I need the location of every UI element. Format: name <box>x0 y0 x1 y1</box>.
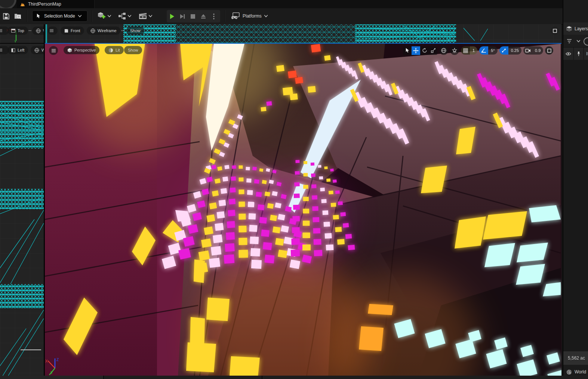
actor-count-bar: 5,562 ac <box>563 351 588 365</box>
cinematics-button[interactable] <box>137 10 153 22</box>
filter-icon[interactable] <box>567 39 573 43</box>
svg-text:Z: Z <box>56 358 59 362</box>
play-options-kebab[interactable] <box>209 11 219 22</box>
bottom-drawer-bar[interactable] <box>0 376 588 379</box>
add-actor-button[interactable] <box>96 10 111 22</box>
surface-snapping-button[interactable] <box>450 46 459 55</box>
layers-column-headers: It <box>563 47 588 60</box>
layers-toolbar <box>563 35 588 47</box>
blueprints-button[interactable] <box>117 10 132 22</box>
top-viewport-label: Top <box>18 28 24 33</box>
tab-bar: ThirdPersonMap <box>0 0 588 8</box>
grid-snap-control[interactable]: 1 <box>461 46 477 55</box>
item-label-column-header[interactable]: It <box>584 47 588 60</box>
hamburger-icon <box>0 29 2 32</box>
selection-mode-label: Selection Mode <box>44 13 75 19</box>
perspective-viewport-label: Perspective <box>74 48 96 52</box>
pin-icon <box>577 51 581 56</box>
chevron-down-icon[interactable] <box>577 40 580 42</box>
select-tool-button[interactable] <box>403 46 412 55</box>
svg-text:X: X <box>45 359 48 363</box>
visibility-column-header[interactable] <box>563 47 574 60</box>
left-viewport-label: Left <box>18 48 24 52</box>
perspective-maximize-button[interactable] <box>545 46 553 55</box>
wireframe-globe-icon <box>34 48 39 53</box>
top-viewport-type[interactable]: Top <box>7 27 28 35</box>
bottom-bar-segment <box>0 376 103 379</box>
layers-panel: Layers It 5,562 ac World <box>563 0 588 379</box>
left-viewmode-button[interactable]: W <box>31 46 44 54</box>
eject-button[interactable] <box>198 11 209 22</box>
viewport-top[interactable]: XY Top W <box>0 24 44 43</box>
pill-dash <box>121 30 124 31</box>
front-show-button[interactable]: Show <box>126 27 144 35</box>
unreal-editor-window: ThirdPersonMap Selection Mode <box>0 0 588 379</box>
main-toolbar: Selection Mode Platforms <box>0 8 588 25</box>
scale-icon <box>431 48 436 53</box>
left-viewport-wireframe <box>0 44 44 376</box>
viewport-splitter-horizontal[interactable] <box>0 43 44 44</box>
chevron-down-icon <box>78 15 81 17</box>
front-maximize-button[interactable] <box>551 27 559 35</box>
content-browser-button[interactable] <box>13 10 23 22</box>
transform-tool-cluster: 1 5° 0.25 0.9 <box>403 46 553 55</box>
selection-mode-dropdown[interactable]: Selection Mode <box>32 10 87 22</box>
hamburger-icon <box>50 29 53 32</box>
camera-speed-control[interactable]: 0.9 <box>523 46 543 55</box>
front-view-icon <box>64 29 68 33</box>
rotation-snap-value: 5° <box>488 46 498 55</box>
save-button[interactable] <box>1 10 11 22</box>
svg-text:Y: Y <box>14 40 16 43</box>
platforms-dropdown[interactable]: Platforms <box>229 10 270 22</box>
layers-tab[interactable]: Layers <box>563 22 588 35</box>
stop-button[interactable] <box>188 11 198 22</box>
front-viewport-menu[interactable] <box>48 27 58 35</box>
scale-snap-control[interactable]: 0.25 <box>499 46 521 55</box>
layers-icon <box>566 26 572 31</box>
top-viewmode-button[interactable]: W <box>32 27 44 35</box>
camera-speed-icon <box>523 46 532 55</box>
world-globe-icon <box>566 369 572 375</box>
tab-thirdpersonmap[interactable]: ThirdPersonMap <box>17 0 95 8</box>
viewport-front[interactable]: 10m Front Wireframe Show <box>45 24 561 43</box>
toolbar-separator <box>224 10 225 22</box>
hamburger-icon <box>0 49 2 52</box>
rotation-snap-control[interactable]: 5° <box>479 46 498 55</box>
front-viewport-type[interactable]: Front <box>61 27 84 35</box>
pin-column-header[interactable] <box>574 47 584 60</box>
toolbar-separator <box>27 10 28 22</box>
tab-title: ThirdPersonMap <box>28 1 61 7</box>
left-view-icon <box>11 48 15 52</box>
play-button[interactable] <box>167 11 177 22</box>
layers-list[interactable] <box>563 60 588 351</box>
search-icon[interactable] <box>584 37 588 46</box>
bottom-bar-divider <box>103 376 104 379</box>
grid-snap-icon <box>461 46 470 55</box>
front-viewmode-button[interactable]: Wireframe <box>87 27 120 35</box>
scale-snap-icon <box>499 46 508 55</box>
move-tool-button[interactable] <box>412 46 420 55</box>
layers-title: Layers <box>575 26 588 31</box>
perspective-viewport-menu[interactable] <box>49 46 58 55</box>
grid-snap-value: 1 <box>470 46 477 55</box>
skip-frame-button[interactable] <box>177 11 188 22</box>
perspective-viewport-type[interactable]: Perspective <box>64 46 99 54</box>
left-viewport-type[interactable]: Left <box>7 46 28 54</box>
toolbar-separator <box>92 10 93 22</box>
chevron-down-icon <box>128 15 131 17</box>
chevron-down-icon <box>108 15 111 17</box>
pill-dash <box>28 30 31 31</box>
world-local-space-button[interactable] <box>439 46 448 55</box>
perspective-show-button[interactable]: Show <box>124 46 142 54</box>
scale-tool-button[interactable] <box>429 46 437 55</box>
svg-text:Y: Y <box>50 371 53 375</box>
lit-mode-button[interactable]: Lit <box>105 46 124 54</box>
angle-snap-icon <box>479 46 488 55</box>
wireframe-globe-icon <box>90 28 95 33</box>
platforms-icon <box>231 12 240 20</box>
front-show-label: Show <box>130 28 141 33</box>
perspective-scene: Z X Y <box>45 44 561 376</box>
rotate-tool-button[interactable] <box>420 46 429 55</box>
viewport-perspective[interactable]: Z X Y Perspective Lit Show <box>45 44 561 376</box>
viewport-left[interactable]: Left W <box>0 44 44 376</box>
